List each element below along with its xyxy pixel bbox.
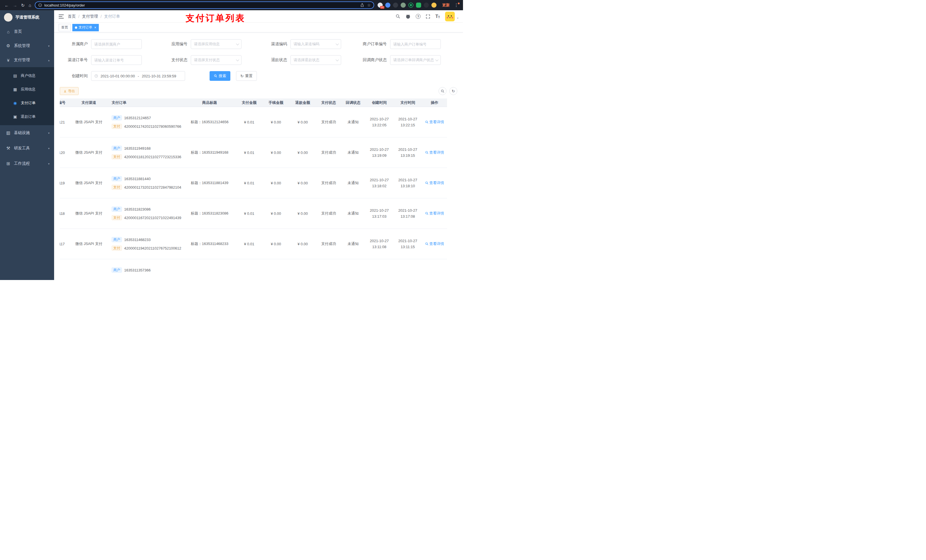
extension-icon[interactable] — [416, 3, 421, 8]
cell-channel: 微信 JSAPI 支付 — [72, 107, 106, 137]
sidebar-item-home[interactable]: ⌂ 首页 — [0, 24, 54, 39]
sidebar-item-pay-order[interactable]: ◉ 支付订单 — [0, 96, 54, 110]
export-button[interactable]: 导出 — [60, 87, 79, 95]
header-actions: ? TT ▾ — [395, 12, 458, 21]
cell-notify-status: 未通知 — [341, 137, 365, 168]
sidebar-item-devtools[interactable]: ⚒ 研发工具 ▾ — [0, 140, 54, 156]
workflow-icon: ⊞ — [6, 161, 11, 166]
create-date: 2021-10-27 — [370, 116, 389, 122]
sidebar-item-refund-order[interactable]: ▣ 退款订单 — [0, 110, 54, 124]
filter-label: 回调商户状态 — [359, 57, 390, 63]
search-icon[interactable] — [395, 14, 400, 19]
cell-title — [183, 259, 236, 280]
cell-create-time: 2021-10-27 13:11:08 — [365, 229, 393, 259]
search-icon — [425, 151, 428, 154]
sidebar-item-system[interactable]: ⚙ 系统管理 ▾ — [0, 39, 54, 53]
cell-id: 118 — [60, 198, 72, 228]
view-detail-link[interactable]: 查看详情 — [425, 119, 444, 125]
font-size-icon[interactable]: TT — [436, 14, 440, 19]
cell-create-time: 2021-10-27 13:22:05 — [365, 107, 393, 137]
chevron-down-icon[interactable]: ▾ — [457, 17, 458, 20]
pay-order-icon: ◉ — [12, 101, 18, 105]
sidebar-toggle-icon[interactable] — [59, 15, 64, 18]
toggle-search-button[interactable] — [439, 87, 446, 95]
merchant-order-no-input[interactable] — [390, 39, 441, 49]
address-bar[interactable]: localhost:1024/pay/order ☆ — [35, 2, 374, 9]
extension-icon[interactable] — [385, 3, 390, 8]
browser-menu-button[interactable]: ⋮ — [454, 3, 460, 8]
pay-status-select[interactable]: 请选择支付状态 — [191, 55, 242, 65]
browser-update-button[interactable]: 更新 — [440, 3, 452, 8]
view-detail-link[interactable]: 查看详情 — [425, 180, 444, 186]
sidebar-item-label: 支付订单 — [21, 100, 36, 106]
col-pay-status: 支付状态 — [316, 100, 341, 105]
create-time-range-picker[interactable]: 2021-10-01 00:00:00 - 2021-10-31 23:59:5… — [91, 71, 185, 81]
cell-title: 标题：1635312124656 — [183, 107, 236, 137]
close-icon[interactable]: × — [94, 26, 96, 29]
cell-actions: 查看详情 — [422, 198, 447, 228]
sidebar-item-infra[interactable]: ▥ 基础设施 ▾ — [0, 125, 54, 140]
pay-order-no: 4200001167202110271022491439 — [124, 216, 182, 220]
cell-channel — [72, 259, 106, 280]
breadcrumb-item[interactable]: 支付管理 — [82, 14, 98, 19]
col-pay-order: 支付订单 — [106, 100, 183, 105]
sidebar-item-app-info[interactable]: ▦ 应用信息 — [0, 83, 54, 96]
back-button[interactable]: ← — [5, 3, 9, 8]
reset-button[interactable]: ↻ 重置 — [236, 71, 257, 81]
user-avatar[interactable] — [445, 12, 455, 21]
table-toolbar: 导出 ↻ — [60, 87, 457, 95]
cell-create-time: 2021-10-27 13:18:02 — [365, 168, 393, 198]
tab-label: 首页 — [61, 25, 68, 30]
sidebar-item-merchant-info[interactable]: ▤ 商户信息 — [0, 69, 54, 83]
channel-order-no-input[interactable] — [91, 55, 142, 65]
breadcrumb-item[interactable]: 首页 — [68, 14, 76, 19]
tab-pay-order[interactable]: 支付订单 × — [72, 24, 99, 31]
filter-label: 渠道编码 — [259, 42, 291, 47]
cell-pay-time — [393, 259, 422, 280]
profile-avatar-icon[interactable] — [431, 3, 437, 8]
reload-button[interactable]: ↻ — [21, 3, 25, 8]
merchant-order-no: 1635311468233 — [124, 238, 151, 242]
refresh-table-button[interactable]: ↻ — [449, 87, 457, 95]
help-icon[interactable]: ? — [416, 14, 421, 19]
cell-amount: ¥ 0.01 — [236, 137, 263, 168]
date-start: 2021-10-01 00:00:00 — [100, 74, 135, 78]
create-clock: 13:18:02 — [372, 183, 387, 189]
app-frame: 芋道管理系统 ⌂ 首页 ⚙ 系统管理 ▾ ¥ 支付管理 ▴ — [0, 10, 463, 280]
filter-label: 退款状态 — [259, 57, 291, 63]
extension-icon[interactable] — [401, 3, 406, 8]
channel-code-select[interactable]: 请输入渠道编码 — [291, 39, 341, 49]
search-button[interactable]: 搜索 — [210, 71, 230, 81]
update-dot — [458, 3, 460, 4]
fullscreen-icon[interactable] — [426, 14, 430, 19]
forward-button[interactable]: → — [13, 3, 17, 8]
create-date: 2021-10-27 — [370, 146, 389, 152]
sidebar-item-label: 工作流程 — [14, 161, 30, 166]
extension-icon[interactable] — [409, 3, 413, 8]
tab-home[interactable]: 首页 — [59, 24, 71, 31]
cell-pay-order: 商户 1635311949168 支付 42000011812021102777… — [106, 137, 183, 168]
extension-icon[interactable] — [393, 3, 398, 8]
github-icon[interactable] — [406, 14, 411, 19]
sidebar-item-workflow[interactable]: ⊞ 工作流程 ▾ — [0, 156, 54, 171]
app-no-select[interactable]: 请选择应用信息 — [191, 39, 242, 49]
extensions-puzzle-icon[interactable] — [424, 3, 429, 8]
download-icon — [64, 90, 67, 93]
view-detail-link[interactable]: 查看详情 — [425, 211, 444, 216]
bookmark-star-icon[interactable]: ☆ — [367, 3, 371, 8]
address-bar-actions: ☆ — [360, 3, 371, 8]
breadcrumb: 首页 / 支付管理 / 支付订单 — [68, 14, 120, 19]
pay-order-line: 支付 4200001174202110278060590766 — [112, 124, 182, 129]
create-date: 2021-10-27 — [370, 177, 389, 183]
home-button[interactable]: ⌂ — [29, 3, 31, 8]
pay-date: 2021-10-27 — [398, 116, 418, 122]
view-detail-link[interactable]: 查看详情 — [425, 241, 444, 246]
share-icon[interactable] — [360, 3, 364, 7]
merchant-select-input[interactable] — [91, 39, 142, 49]
sidebar-item-pay[interactable]: ¥ 支付管理 ▴ — [0, 53, 54, 67]
refund-status-select[interactable]: 请选择退款状态 — [291, 55, 341, 65]
view-detail-link[interactable]: 查看详情 — [425, 150, 444, 155]
pay-clock: 13:17:08 — [401, 213, 415, 219]
extension-icon[interactable]: 10 — [378, 3, 383, 8]
notify-status-select[interactable]: 请选择订单回调商户状态 — [390, 55, 441, 65]
